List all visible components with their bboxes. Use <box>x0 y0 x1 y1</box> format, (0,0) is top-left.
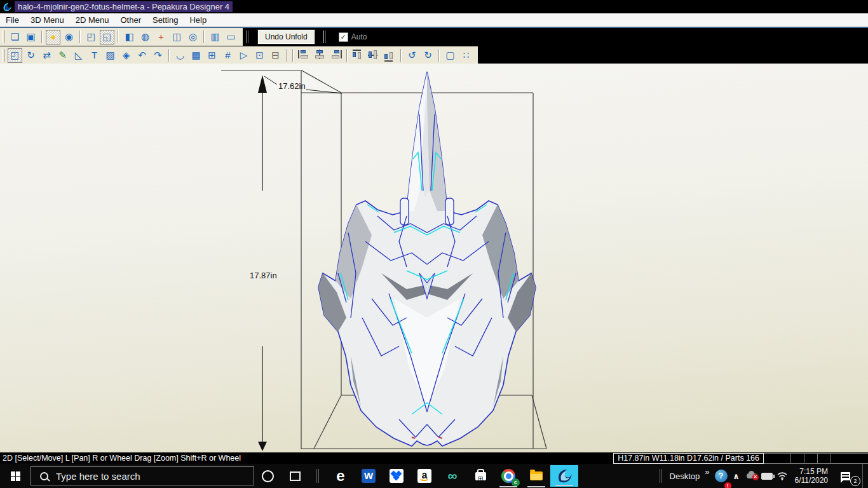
unfold-book-icon[interactable]: ◡ <box>173 48 187 63</box>
clock[interactable]: 7:15 PM 6/11/2020 <box>795 467 829 485</box>
taskbar-app-amazon[interactable]: a <box>410 464 438 488</box>
start-button[interactable] <box>0 464 31 488</box>
align-center-horizontal-icon[interactable] <box>313 48 327 63</box>
help-icon: ? <box>715 470 728 482</box>
status-hint-text: 2D [Select/Move] L [Pan] R or Wheel Drag… <box>0 454 613 463</box>
select-3d-icon[interactable]: ◰ <box>84 30 98 44</box>
print-icon[interactable]: ⊟ <box>268 48 283 63</box>
rotate-right-icon[interactable]: ↻ <box>421 48 435 63</box>
toolbar-separator <box>41 30 43 43</box>
onedrive-tray-button[interactable]: ✕ <box>744 464 759 488</box>
undo-unfold-button[interactable]: Undo Unfold <box>258 30 315 44</box>
text-tool-icon[interactable]: T <box>87 48 102 63</box>
depth-dimension-label: 17.62in <box>278 81 306 91</box>
task-view-button[interactable] <box>281 464 309 488</box>
toolbar-grip <box>2 30 4 43</box>
select-pattern-icon[interactable]: ▩ <box>189 48 203 63</box>
desktop-overflow-chevron-icon[interactable]: » <box>705 467 709 477</box>
toolbar-separator <box>400 49 402 62</box>
battery-icon <box>761 473 773 480</box>
arrange-parts-icon[interactable]: ⊞ <box>205 48 219 63</box>
edit-line-icon[interactable]: ✎ <box>55 48 70 63</box>
menu-2d-menu[interactable]: 2D Menu <box>70 14 115 26</box>
image-tool-icon[interactable]: ▨ <box>103 48 118 63</box>
paste-clipboard-icon[interactable]: ⊡ <box>252 48 267 63</box>
status-cell <box>818 453 831 464</box>
taskbar-app-chrome[interactable]: c <box>494 464 522 488</box>
toolbar-2d-dark <box>478 46 868 64</box>
redo-icon[interactable]: ↷ <box>151 48 165 63</box>
select-move-2d-icon[interactable]: ◰ <box>8 48 22 63</box>
two-pane-layout-icon[interactable]: ▥ <box>208 30 222 44</box>
taskbar-app-explorer[interactable] <box>522 464 550 488</box>
view-control-icon[interactable]: ◉ <box>62 30 76 44</box>
rotate-part-icon[interactable]: ↻ <box>24 48 38 63</box>
taskbar-search[interactable] <box>31 466 254 485</box>
chevron-up-icon: ∧ <box>733 471 740 481</box>
word-icon: W <box>362 469 376 483</box>
align-top-icon[interactable] <box>351 48 365 63</box>
wifi-icon <box>776 471 788 480</box>
taskbar-app-word[interactable]: W <box>355 464 383 488</box>
desktop-toolbar[interactable]: Desktop » <box>670 471 710 481</box>
height-dimension-label: 17.87in <box>250 271 277 280</box>
network-tray-button[interactable] <box>775 464 790 488</box>
window-title: halo-4-mjolnir-gen2-fotus-helmet-a - Pep… <box>15 1 233 12</box>
battery-tray-button[interactable] <box>759 464 775 488</box>
viewport-3d[interactable]: 17.62in 17.87in <box>0 64 868 452</box>
auto-checkbox-box[interactable]: ✓ <box>339 32 348 42</box>
edit-points-icon[interactable]: ∷ <box>459 48 473 63</box>
desktop-toolbar-label[interactable]: Desktop <box>670 471 700 481</box>
helmet-model[interactable] <box>318 72 536 446</box>
align-bottom-icon[interactable] <box>383 48 397 63</box>
box-3d-icon[interactable]: ◈ <box>119 48 133 63</box>
group-parts-icon[interactable]: ▢ <box>443 48 458 63</box>
menu-setting[interactable]: Setting <box>147 14 184 26</box>
status-cell <box>764 453 791 464</box>
status-cell <box>831 453 868 464</box>
display-settings-icon[interactable]: ◎ <box>186 30 200 44</box>
notification-count-badge: 2 <box>850 476 860 486</box>
rotate-left-icon[interactable]: ↺ <box>405 48 419 63</box>
taskbar-app-pepakura-active[interactable] <box>550 465 578 487</box>
align-center-vertical-icon[interactable] <box>367 48 381 63</box>
align-left-icon[interactable] <box>297 48 311 63</box>
export-page-icon[interactable]: ▷ <box>236 48 251 63</box>
menu-help[interactable]: Help <box>184 14 212 26</box>
edge-icon: e <box>336 467 344 485</box>
menu-file[interactable]: File <box>0 14 25 26</box>
viewport-canvas[interactable]: 17.62in 17.87in <box>0 64 868 452</box>
microsoft-store-icon: ⊞ <box>475 472 486 480</box>
status-cell <box>791 453 804 464</box>
toolbar-2d-band: ◰↻⇄✎◺T▨◈↶↷◡▩⊞#▷⊡⊟↺↻▢∷ <box>0 46 478 64</box>
show-desktop-button[interactable] <box>862 464 868 488</box>
title-bar: halo-4-mjolnir-gen2-fotus-helmet-a - Pep… <box>0 0 868 13</box>
taskbar-app-edge[interactable]: e <box>327 464 355 488</box>
align-right-icon[interactable] <box>329 48 343 63</box>
menu-3d-menu[interactable]: 3D Menu <box>25 14 70 26</box>
cortana-button[interactable] <box>254 464 281 488</box>
taskbar-app-infinity[interactable]: ∞ <box>438 464 466 488</box>
taskbar-app-dropbox[interactable] <box>383 464 410 488</box>
menu-other[interactable]: Other <box>114 14 147 26</box>
page-number-icon[interactable]: # <box>220 48 235 63</box>
split-3d-2d-icon[interactable]: ◫ <box>170 30 184 44</box>
search-input[interactable] <box>55 470 235 482</box>
select-face-3d-icon[interactable]: ◱ <box>100 30 114 44</box>
toolbar-separator <box>292 49 294 62</box>
open-file-icon[interactable]: ❏ <box>8 30 22 44</box>
solid-view-icon[interactable]: ◍ <box>138 30 153 44</box>
get-help-tray-button[interactable]: ? ! <box>714 464 729 488</box>
erase-line-icon[interactable]: ◺ <box>71 48 86 63</box>
taskbar-app-store[interactable]: ⊞ <box>466 464 494 488</box>
hidden-icons-button[interactable]: ∧ <box>729 464 744 488</box>
auto-checkbox[interactable]: ✓ Auto <box>339 32 367 42</box>
save-file-icon[interactable]: ▣ <box>24 30 38 44</box>
light-render-toggle-icon[interactable]: ● <box>46 30 60 44</box>
undo-icon[interactable]: ↶ <box>135 48 149 63</box>
action-center-button[interactable]: 2 <box>834 464 856 488</box>
axis-icon[interactable]: + <box>154 30 168 44</box>
one-pane-layout-icon[interactable]: ▭ <box>224 30 238 44</box>
join-divide-icon[interactable]: ⇄ <box>39 48 54 63</box>
texture-paint-icon[interactable]: ◧ <box>122 30 137 44</box>
